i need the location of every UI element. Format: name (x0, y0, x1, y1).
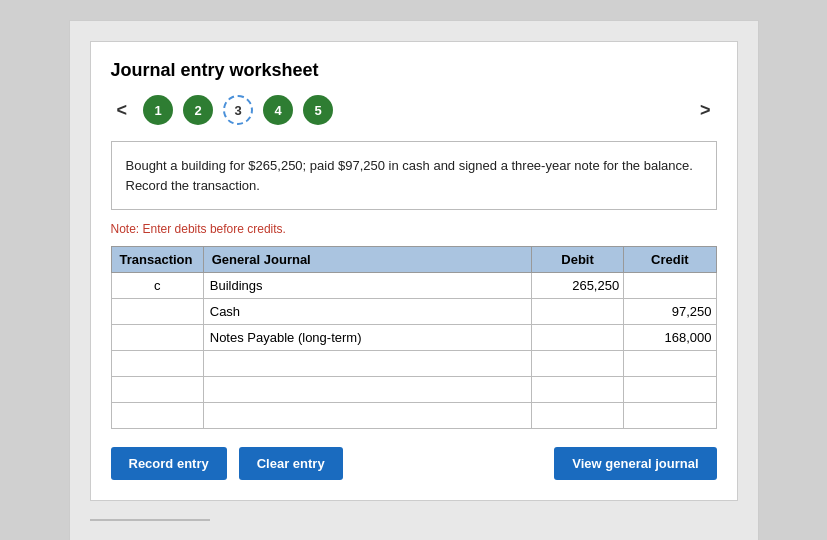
step-3[interactable]: 3 (223, 95, 253, 125)
debit-cell[interactable] (531, 325, 623, 351)
view-general-journal-button[interactable]: View general journal (554, 447, 716, 480)
col-debit: Debit (531, 247, 623, 273)
journal-cell[interactable] (203, 403, 531, 429)
col-transaction: Transaction (111, 247, 203, 273)
table-header-row: Transaction General Journal Debit Credit (111, 247, 716, 273)
credit-cell[interactable] (624, 351, 716, 377)
step-1[interactable]: 1 (143, 95, 173, 125)
col-credit: Credit (624, 247, 716, 273)
next-arrow[interactable]: > (694, 98, 717, 123)
credit-cell[interactable]: 168,000 (624, 325, 716, 351)
transaction-cell: c (111, 273, 203, 299)
credit-cell[interactable]: 97,250 (624, 299, 716, 325)
transaction-cell (111, 325, 203, 351)
debit-cell[interactable] (531, 351, 623, 377)
step-2[interactable]: 2 (183, 95, 213, 125)
debit-cell[interactable] (531, 403, 623, 429)
worksheet-card: Journal entry worksheet < 1 2 3 4 5 > (90, 41, 738, 501)
table-row: Cash 97,250 (111, 299, 716, 325)
table-row (111, 403, 716, 429)
journal-table: Transaction General Journal Debit Credit… (111, 246, 717, 429)
page-title: Journal entry worksheet (111, 60, 717, 81)
transaction-cell (111, 403, 203, 429)
debit-cell[interactable] (531, 299, 623, 325)
journal-cell[interactable] (203, 377, 531, 403)
description-text: Bought a building for $265,250; paid $97… (126, 158, 693, 193)
journal-cell[interactable] (203, 351, 531, 377)
description-box: Bought a building for $265,250; paid $97… (111, 141, 717, 210)
clear-entry-button[interactable]: Clear entry (239, 447, 343, 480)
table-row (111, 377, 716, 403)
page-container: Journal entry worksheet < 1 2 3 4 5 > (69, 20, 759, 540)
credit-cell[interactable] (624, 377, 716, 403)
credit-cell[interactable] (624, 403, 716, 429)
transaction-cell (111, 299, 203, 325)
journal-cell[interactable]: Buildings (203, 273, 531, 299)
credit-cell[interactable] (624, 273, 716, 299)
debit-cell[interactable]: 265,250 (531, 273, 623, 299)
step-4[interactable]: 4 (263, 95, 293, 125)
transaction-cell (111, 351, 203, 377)
prev-arrow[interactable]: < (111, 98, 134, 123)
buttons-row: Record entry Clear entry View general jo… (111, 447, 717, 480)
nav-row: < 1 2 3 4 5 > (111, 95, 717, 125)
bottom-bar (90, 519, 210, 521)
journal-cell[interactable]: Notes Payable (long-term) (203, 325, 531, 351)
col-general-journal: General Journal (203, 247, 531, 273)
transaction-cell (111, 377, 203, 403)
step-5[interactable]: 5 (303, 95, 333, 125)
debit-cell[interactable] (531, 377, 623, 403)
table-row: c Buildings 265,250 (111, 273, 716, 299)
record-entry-button[interactable]: Record entry (111, 447, 227, 480)
table-row: Notes Payable (long-term) 168,000 (111, 325, 716, 351)
note-text: Note: Enter debits before credits. (111, 222, 717, 236)
table-row (111, 351, 716, 377)
journal-cell[interactable]: Cash (203, 299, 531, 325)
